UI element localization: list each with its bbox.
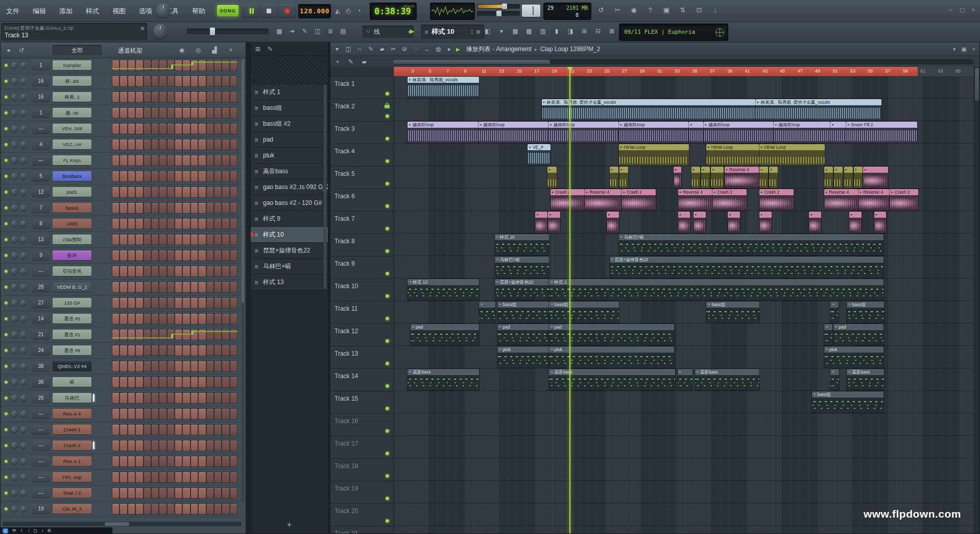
snap-selector[interactable]: ∩ 线 ▾ — [363, 26, 414, 38]
magnet-icon[interactable]: ∩ — [356, 45, 363, 53]
step-cell[interactable] — [191, 456, 198, 467]
sync-icon[interactable]: ↺ — [597, 6, 605, 14]
step-cell[interactable] — [120, 345, 127, 356]
step-cell[interactable] — [152, 140, 158, 150]
step-cell[interactable] — [175, 266, 182, 276]
swap-icon[interactable]: ⇅ — [679, 6, 686, 14]
step-cell[interactable] — [144, 76, 151, 86]
track-led[interactable] — [386, 362, 389, 365]
pan-knob[interactable] — [11, 363, 17, 369]
step-cell[interactable] — [168, 140, 174, 150]
channel-mute-led[interactable] — [5, 80, 8, 83]
shuffle-slider[interactable] — [522, 5, 540, 17]
track-led[interactable] — [386, 272, 389, 275]
channel-button[interactable]: Crash 2 — [53, 440, 91, 450]
channel-number-button[interactable]: --- — [32, 266, 50, 276]
step-cell[interactable] — [136, 314, 142, 324]
step-cell[interactable] — [175, 314, 182, 324]
step-cell[interactable] — [207, 393, 213, 403]
step-cell[interactable] — [183, 171, 189, 181]
step-cell[interactable] — [199, 266, 205, 276]
pan-knob[interactable] — [11, 284, 17, 290]
step-cell[interactable] — [230, 76, 237, 86]
step-cell[interactable] — [191, 361, 198, 372]
menu-item[interactable]: 编辑 — [33, 7, 46, 16]
draw-icon[interactable]: ✎ — [367, 45, 374, 53]
step-cell[interactable] — [128, 456, 135, 467]
channel-button[interactable]: 空拍音色 — [53, 266, 91, 276]
step-cell[interactable] — [199, 250, 205, 261]
step-cell[interactable] — [136, 266, 142, 276]
playback-icon[interactable]: ▸ — [446, 45, 453, 53]
step-cell[interactable] — [207, 171, 213, 181]
track-led[interactable] — [386, 384, 389, 388]
collapse-icon[interactable]: ◂ — [5, 46, 12, 54]
close-icon[interactable]: × — [972, 46, 975, 52]
playlist-track-row[interactable]: ≡pad≡pad≡pad≡≡pad — [394, 323, 974, 346]
playlist-track-row[interactable]: ≡pluk≡pluk≡pluk — [394, 346, 974, 368]
step-cell[interactable] — [159, 488, 166, 498]
channel-number-button[interactable]: --- — [32, 488, 50, 498]
horizontal-zoom-slider[interactable] — [187, 29, 269, 34]
step-cell[interactable] — [199, 456, 205, 467]
target-icon[interactable]: ◎ — [195, 46, 202, 54]
step-cell[interactable] — [136, 504, 142, 514]
pan-knob[interactable] — [11, 237, 17, 243]
step-cell[interactable] — [183, 76, 189, 86]
step-cell[interactable] — [183, 124, 189, 134]
step-cell[interactable] — [222, 124, 229, 134]
clip[interactable]: ▸ — [547, 167, 557, 188]
step-cell[interactable] — [144, 314, 151, 324]
step-cell[interactable] — [191, 219, 198, 229]
step-cell[interactable] — [128, 235, 135, 245]
volume-knob[interactable] — [20, 316, 27, 322]
volume-knob[interactable] — [20, 284, 27, 290]
channel-number-button[interactable]: --- — [32, 440, 50, 450]
channel-mute-led[interactable] — [5, 333, 8, 336]
step-cell[interactable] — [214, 203, 221, 213]
step-cell[interactable] — [112, 472, 119, 482]
clip[interactable]: ▸ — [674, 167, 682, 188]
channel-mute-led[interactable] — [5, 222, 8, 225]
pan-knob[interactable] — [11, 411, 17, 417]
step-cell[interactable] — [136, 76, 142, 86]
channel-number-button[interactable]: 24 — [32, 345, 50, 355]
step-cell[interactable] — [230, 124, 237, 134]
pattern-selector[interactable]: ≣ 样式 10 ▴▾ ⊕ — [421, 25, 484, 39]
clip[interactable]: ▸Crash 2 — [890, 189, 918, 211]
clip[interactable]: ▸Crash 2 — [712, 189, 747, 211]
pattern-item[interactable]: ≣gao bass #2 - 120 G# — [251, 195, 328, 211]
step-cell[interactable] — [168, 472, 174, 482]
mixer-icon[interactable]: ▮ — [553, 27, 560, 35]
track-led[interactable] — [386, 204, 389, 208]
clip[interactable]: ▸ — [535, 212, 547, 233]
track-led[interactable] — [386, 159, 389, 163]
step-cell[interactable] — [112, 140, 119, 150]
channel-mute-led[interactable] — [5, 175, 8, 178]
step-cell[interactable] — [112, 250, 119, 261]
step-cell[interactable] — [152, 314, 158, 324]
step-cell[interactable] — [128, 345, 135, 356]
step-cell[interactable] — [144, 440, 151, 451]
step-cell[interactable] — [199, 76, 205, 86]
touch-controller-icon[interactable]: ⊟ — [594, 27, 602, 35]
step-cell[interactable] — [207, 298, 213, 308]
step-cell[interactable] — [222, 425, 229, 435]
browser-icon[interactable]: ◨ — [567, 27, 574, 35]
step-cell[interactable] — [144, 345, 151, 356]
channel-button[interactable]: BooBass — [53, 171, 91, 181]
pin-icon[interactable]: ⁞ — [28, 527, 29, 534]
step-cell[interactable] — [168, 171, 174, 181]
step-cell[interactable] — [175, 140, 182, 150]
step-cell[interactable] — [199, 171, 205, 181]
step-cell[interactable] — [191, 203, 198, 213]
channel-mute-led[interactable] — [5, 460, 8, 463]
pan-knob[interactable] — [11, 268, 17, 274]
playlist-track-row[interactable]: ≡马林巴+嗬≡琵琶+旋律音色22 — [394, 256, 974, 278]
step-cell[interactable] — [152, 361, 158, 372]
step-cell[interactable] — [112, 155, 119, 166]
channel-mute-led[interactable] — [5, 365, 8, 368]
menu-icon[interactable]: ▾ — [498, 27, 505, 35]
step-cell[interactable] — [128, 92, 135, 102]
pattern-list-scrollbar[interactable] — [324, 84, 326, 289]
